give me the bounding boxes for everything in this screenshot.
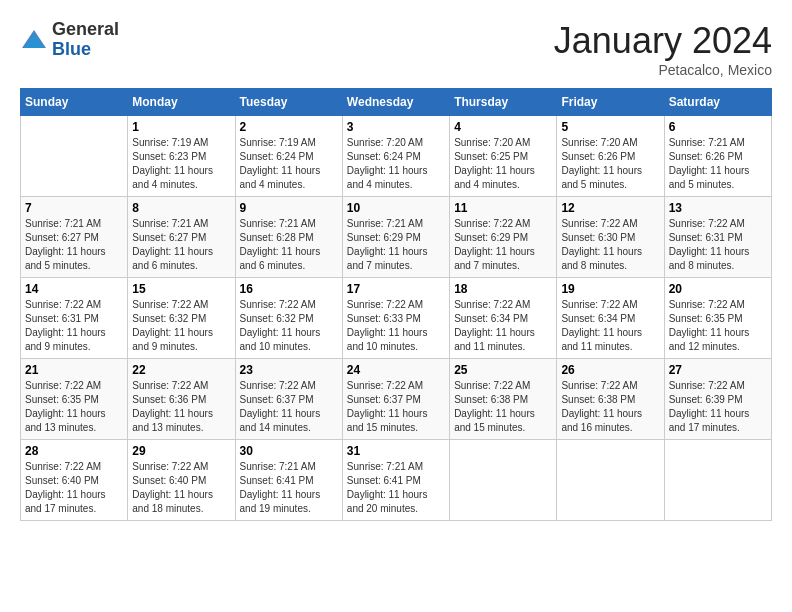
calendar-cell: 27Sunrise: 7:22 AMSunset: 6:39 PMDayligh… bbox=[664, 359, 771, 440]
day-info: Sunrise: 7:22 AMSunset: 6:32 PMDaylight:… bbox=[240, 298, 338, 354]
day-info: Sunrise: 7:22 AMSunset: 6:32 PMDaylight:… bbox=[132, 298, 230, 354]
day-info: Sunrise: 7:21 AMSunset: 6:29 PMDaylight:… bbox=[347, 217, 445, 273]
logo-text: General Blue bbox=[52, 20, 119, 60]
day-info: Sunrise: 7:21 AMSunset: 6:41 PMDaylight:… bbox=[240, 460, 338, 516]
day-info: Sunrise: 7:21 AMSunset: 6:27 PMDaylight:… bbox=[132, 217, 230, 273]
day-number: 14 bbox=[25, 282, 123, 296]
calendar-cell: 6Sunrise: 7:21 AMSunset: 6:26 PMDaylight… bbox=[664, 116, 771, 197]
calendar-cell: 23Sunrise: 7:22 AMSunset: 6:37 PMDayligh… bbox=[235, 359, 342, 440]
day-info: Sunrise: 7:22 AMSunset: 6:38 PMDaylight:… bbox=[454, 379, 552, 435]
day-number: 21 bbox=[25, 363, 123, 377]
calendar-week-row: 28Sunrise: 7:22 AMSunset: 6:40 PMDayligh… bbox=[21, 440, 772, 521]
calendar-cell: 14Sunrise: 7:22 AMSunset: 6:31 PMDayligh… bbox=[21, 278, 128, 359]
calendar-cell: 19Sunrise: 7:22 AMSunset: 6:34 PMDayligh… bbox=[557, 278, 664, 359]
column-header-sunday: Sunday bbox=[21, 89, 128, 116]
day-info: Sunrise: 7:22 AMSunset: 6:31 PMDaylight:… bbox=[669, 217, 767, 273]
day-info: Sunrise: 7:21 AMSunset: 6:27 PMDaylight:… bbox=[25, 217, 123, 273]
day-info: Sunrise: 7:22 AMSunset: 6:34 PMDaylight:… bbox=[454, 298, 552, 354]
calendar-cell: 22Sunrise: 7:22 AMSunset: 6:36 PMDayligh… bbox=[128, 359, 235, 440]
day-info: Sunrise: 7:22 AMSunset: 6:37 PMDaylight:… bbox=[240, 379, 338, 435]
day-number: 4 bbox=[454, 120, 552, 134]
month-title: January 2024 bbox=[554, 20, 772, 62]
column-header-thursday: Thursday bbox=[450, 89, 557, 116]
calendar-cell bbox=[450, 440, 557, 521]
day-number: 20 bbox=[669, 282, 767, 296]
calendar-cell: 8Sunrise: 7:21 AMSunset: 6:27 PMDaylight… bbox=[128, 197, 235, 278]
calendar-header-row: SundayMondayTuesdayWednesdayThursdayFrid… bbox=[21, 89, 772, 116]
logo-general: General bbox=[52, 20, 119, 40]
day-number: 25 bbox=[454, 363, 552, 377]
day-number: 8 bbox=[132, 201, 230, 215]
title-block: January 2024 Petacalco, Mexico bbox=[554, 20, 772, 78]
column-header-wednesday: Wednesday bbox=[342, 89, 449, 116]
calendar-cell: 15Sunrise: 7:22 AMSunset: 6:32 PMDayligh… bbox=[128, 278, 235, 359]
calendar-cell: 4Sunrise: 7:20 AMSunset: 6:25 PMDaylight… bbox=[450, 116, 557, 197]
day-info: Sunrise: 7:22 AMSunset: 6:37 PMDaylight:… bbox=[347, 379, 445, 435]
day-number: 10 bbox=[347, 201, 445, 215]
calendar-week-row: 14Sunrise: 7:22 AMSunset: 6:31 PMDayligh… bbox=[21, 278, 772, 359]
calendar-week-row: 7Sunrise: 7:21 AMSunset: 6:27 PMDaylight… bbox=[21, 197, 772, 278]
calendar-week-row: 21Sunrise: 7:22 AMSunset: 6:35 PMDayligh… bbox=[21, 359, 772, 440]
day-number: 28 bbox=[25, 444, 123, 458]
location: Petacalco, Mexico bbox=[554, 62, 772, 78]
day-info: Sunrise: 7:21 AMSunset: 6:41 PMDaylight:… bbox=[347, 460, 445, 516]
column-header-tuesday: Tuesday bbox=[235, 89, 342, 116]
calendar-cell: 29Sunrise: 7:22 AMSunset: 6:40 PMDayligh… bbox=[128, 440, 235, 521]
day-number: 3 bbox=[347, 120, 445, 134]
day-info: Sunrise: 7:22 AMSunset: 6:39 PMDaylight:… bbox=[669, 379, 767, 435]
day-number: 11 bbox=[454, 201, 552, 215]
day-number: 6 bbox=[669, 120, 767, 134]
day-info: Sunrise: 7:22 AMSunset: 6:30 PMDaylight:… bbox=[561, 217, 659, 273]
calendar-cell: 10Sunrise: 7:21 AMSunset: 6:29 PMDayligh… bbox=[342, 197, 449, 278]
calendar-cell: 2Sunrise: 7:19 AMSunset: 6:24 PMDaylight… bbox=[235, 116, 342, 197]
calendar-cell: 18Sunrise: 7:22 AMSunset: 6:34 PMDayligh… bbox=[450, 278, 557, 359]
day-info: Sunrise: 7:22 AMSunset: 6:36 PMDaylight:… bbox=[132, 379, 230, 435]
day-number: 22 bbox=[132, 363, 230, 377]
column-header-friday: Friday bbox=[557, 89, 664, 116]
calendar-cell: 20Sunrise: 7:22 AMSunset: 6:35 PMDayligh… bbox=[664, 278, 771, 359]
day-number: 17 bbox=[347, 282, 445, 296]
calendar-cell bbox=[664, 440, 771, 521]
calendar-cell: 24Sunrise: 7:22 AMSunset: 6:37 PMDayligh… bbox=[342, 359, 449, 440]
calendar-cell: 9Sunrise: 7:21 AMSunset: 6:28 PMDaylight… bbox=[235, 197, 342, 278]
day-number: 7 bbox=[25, 201, 123, 215]
calendar-cell: 28Sunrise: 7:22 AMSunset: 6:40 PMDayligh… bbox=[21, 440, 128, 521]
calendar-cell: 17Sunrise: 7:22 AMSunset: 6:33 PMDayligh… bbox=[342, 278, 449, 359]
day-info: Sunrise: 7:22 AMSunset: 6:35 PMDaylight:… bbox=[25, 379, 123, 435]
day-number: 12 bbox=[561, 201, 659, 215]
calendar-cell: 26Sunrise: 7:22 AMSunset: 6:38 PMDayligh… bbox=[557, 359, 664, 440]
logo-icon bbox=[20, 26, 48, 54]
day-number: 31 bbox=[347, 444, 445, 458]
day-number: 24 bbox=[347, 363, 445, 377]
day-info: Sunrise: 7:22 AMSunset: 6:31 PMDaylight:… bbox=[25, 298, 123, 354]
calendar-cell bbox=[557, 440, 664, 521]
day-info: Sunrise: 7:22 AMSunset: 6:40 PMDaylight:… bbox=[25, 460, 123, 516]
calendar-cell: 30Sunrise: 7:21 AMSunset: 6:41 PMDayligh… bbox=[235, 440, 342, 521]
day-info: Sunrise: 7:22 AMSunset: 6:40 PMDaylight:… bbox=[132, 460, 230, 516]
day-info: Sunrise: 7:22 AMSunset: 6:35 PMDaylight:… bbox=[669, 298, 767, 354]
day-number: 2 bbox=[240, 120, 338, 134]
day-number: 16 bbox=[240, 282, 338, 296]
logo-blue: Blue bbox=[52, 40, 119, 60]
day-number: 9 bbox=[240, 201, 338, 215]
day-number: 29 bbox=[132, 444, 230, 458]
day-info: Sunrise: 7:19 AMSunset: 6:23 PMDaylight:… bbox=[132, 136, 230, 192]
calendar-cell: 1Sunrise: 7:19 AMSunset: 6:23 PMDaylight… bbox=[128, 116, 235, 197]
calendar-table: SundayMondayTuesdayWednesdayThursdayFrid… bbox=[20, 88, 772, 521]
calendar-cell: 21Sunrise: 7:22 AMSunset: 6:35 PMDayligh… bbox=[21, 359, 128, 440]
calendar-cell: 11Sunrise: 7:22 AMSunset: 6:29 PMDayligh… bbox=[450, 197, 557, 278]
column-header-monday: Monday bbox=[128, 89, 235, 116]
calendar-cell: 25Sunrise: 7:22 AMSunset: 6:38 PMDayligh… bbox=[450, 359, 557, 440]
day-number: 26 bbox=[561, 363, 659, 377]
calendar-cell: 3Sunrise: 7:20 AMSunset: 6:24 PMDaylight… bbox=[342, 116, 449, 197]
calendar-cell: 16Sunrise: 7:22 AMSunset: 6:32 PMDayligh… bbox=[235, 278, 342, 359]
calendar-cell: 31Sunrise: 7:21 AMSunset: 6:41 PMDayligh… bbox=[342, 440, 449, 521]
logo: General Blue bbox=[20, 20, 119, 60]
day-info: Sunrise: 7:20 AMSunset: 6:25 PMDaylight:… bbox=[454, 136, 552, 192]
calendar-cell: 5Sunrise: 7:20 AMSunset: 6:26 PMDaylight… bbox=[557, 116, 664, 197]
calendar-cell: 12Sunrise: 7:22 AMSunset: 6:30 PMDayligh… bbox=[557, 197, 664, 278]
column-header-saturday: Saturday bbox=[664, 89, 771, 116]
day-info: Sunrise: 7:19 AMSunset: 6:24 PMDaylight:… bbox=[240, 136, 338, 192]
day-number: 13 bbox=[669, 201, 767, 215]
day-info: Sunrise: 7:21 AMSunset: 6:26 PMDaylight:… bbox=[669, 136, 767, 192]
